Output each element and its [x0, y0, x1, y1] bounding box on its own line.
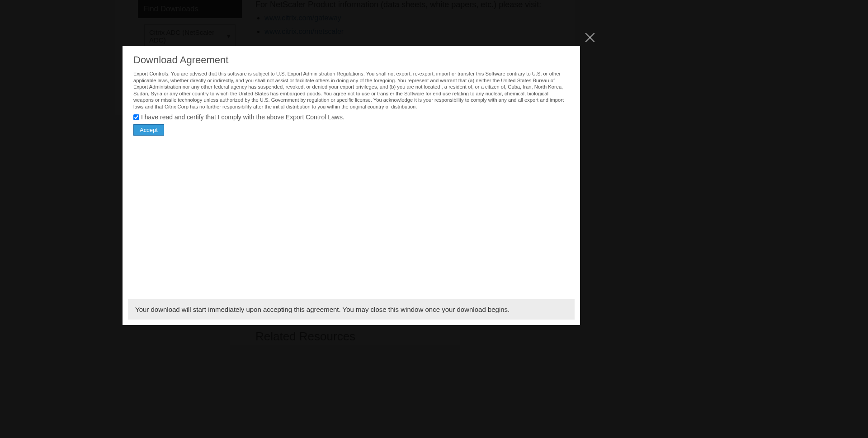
certify-row[interactable]: I have read and certify that I comply wi… — [133, 113, 569, 121]
certify-label: I have read and certify that I comply wi… — [141, 113, 344, 121]
export-controls-text: Export Controls. You are advised that th… — [133, 71, 569, 110]
close-icon[interactable] — [584, 32, 596, 43]
modal-body[interactable]: Download Agreement Export Controls. You … — [123, 46, 580, 294]
download-agreement-modal: Download Agreement Export Controls. You … — [123, 46, 580, 325]
certify-checkbox[interactable] — [133, 114, 139, 120]
modal-title: Download Agreement — [133, 54, 569, 66]
modal-footer: Your download will start immediately upo… — [128, 299, 575, 320]
accept-button[interactable]: Accept — [133, 124, 164, 136]
